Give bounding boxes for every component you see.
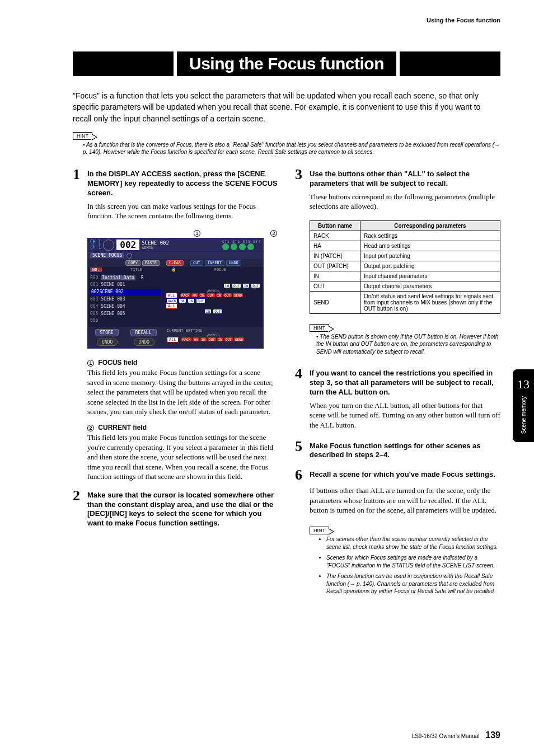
title-header: TITLE: [105, 267, 168, 272]
hint-list-3: For scenes other than the scene number c…: [326, 536, 500, 595]
channel-indicator: CH 1ch 1: [90, 240, 101, 250]
chapter-number: 13: [517, 377, 530, 392]
scene-focus-tab: SCENE FOCUS: [90, 253, 124, 258]
step-2-heading: Make sure that the cursor is located som…: [87, 489, 278, 529]
no-header: NO.: [90, 267, 102, 272]
scene-number-display: 002: [116, 240, 139, 250]
step-4-body: When you turn on the ALL button, all oth…: [310, 401, 500, 430]
scene-name-display: SCENE 002: [142, 240, 220, 246]
clear-button: CLEAR: [166, 260, 184, 266]
focus-field-body: This field lets you make Focus function …: [87, 368, 278, 417]
step-number-3: 3: [295, 167, 305, 189]
undo-button: UNDO: [226, 260, 241, 266]
intro-paragraph: "Focus" is a function that lets you sele…: [73, 90, 500, 124]
scene-focus-figure: 1 2 CH 1ch 1 002 SCENE 002 ADMIN ST1 ST2…: [87, 230, 278, 349]
focus-field-heading: FOCUS field: [98, 359, 137, 367]
scene-focus-screen: CH 1ch 1 002 SCENE 002 ADMIN ST1 ST2 ST3…: [87, 238, 264, 349]
step-number-5: 5: [295, 439, 305, 461]
focus-header: FOCUS: [180, 267, 261, 272]
undo-button-2: UNDO: [97, 339, 118, 346]
step-number-6: 6: [295, 468, 305, 482]
st-labels: ST1 ST2 ST3 ST4: [222, 240, 261, 243]
admin-label: ADMIN: [142, 246, 220, 250]
copy-button: COPY: [125, 260, 140, 266]
table-header-button: Button name: [310, 220, 360, 231]
insert-button: INSERT: [205, 260, 224, 266]
page-title: Using the Focus function: [189, 54, 384, 73]
recall-button: RECALL: [130, 329, 157, 336]
callout-1: 1: [194, 230, 200, 237]
hint-text-2: • The SEND button is shown only if the O…: [316, 333, 500, 356]
paste-button: PASTE: [142, 260, 160, 266]
table-header-params: Corresponding parameters: [360, 220, 500, 231]
running-header: Using the Focus function: [73, 17, 500, 24]
chapter-tab: 13 Scene memory: [513, 369, 534, 442]
step-number-4: 4: [295, 367, 305, 397]
step-number-1: 1: [73, 167, 83, 198]
knob-icon: [103, 240, 114, 251]
focus-tags-area: INOUTINOUT ┌PATCH┐ ALL RACKHAINOUTINOUTS…: [163, 273, 263, 327]
page-footer: LS9-16/32 Owner's Manual 139: [412, 730, 500, 740]
hint-label: HINT: [73, 132, 92, 140]
hint-label-2: HINT: [310, 324, 329, 332]
scene-list: 000 Initial Data R 001 SCENE 001 002SCEN…: [88, 273, 163, 327]
current-field-body: This field lets you make Focus function …: [87, 433, 278, 482]
step-3-body: These buttons correspond to the followin…: [310, 192, 500, 212]
step-5-heading: Make Focus function settings for other s…: [310, 439, 500, 461]
step-6-body: If buttons other than ALL are turned on …: [310, 486, 500, 515]
step-6-heading: Recall a scene for which you've made Foc…: [310, 468, 495, 482]
current-setting-label: CURRENT SETTING: [167, 328, 260, 333]
undo-button-3: UNDO: [134, 339, 154, 346]
store-button: STORE: [95, 329, 119, 336]
hint-label-3: HINT: [310, 527, 329, 534]
step-1-heading: In the DISPLAY ACCESS section, press the…: [87, 167, 278, 198]
current-field-heading: CURRENT field: [98, 424, 147, 431]
chapter-label: Scene memory: [521, 396, 527, 434]
step-1-body: In this screen you can make various sett…: [87, 201, 278, 221]
step-number-2: 2: [73, 489, 83, 529]
callout-2: 2: [270, 230, 277, 237]
section-title-bar: Using the Focus function: [73, 51, 500, 76]
step-3-heading: Use the buttons other than "ALL" to sele…: [310, 167, 500, 189]
step-4-heading: If you want to cancel the restrictions y…: [310, 367, 500, 397]
hint-text-1: • As a function that is the converse of …: [83, 141, 500, 156]
parameters-table: Button name Corresponding parameters RAC…: [310, 220, 500, 314]
cut-button: CUT: [190, 260, 203, 266]
page-number: 139: [485, 730, 500, 740]
